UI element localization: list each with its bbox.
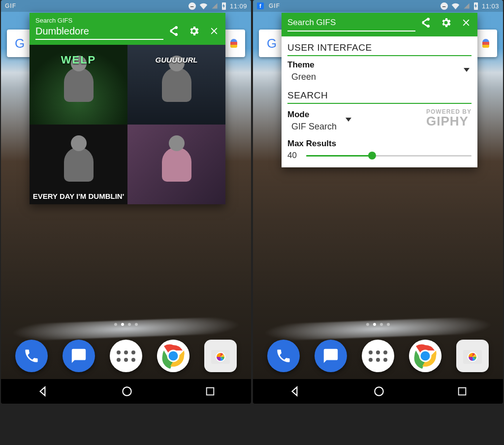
search-label: Search GIFS: [35, 17, 163, 24]
navigation-bar: [253, 379, 503, 404]
share-icon[interactable]: [167, 25, 179, 37]
nav-recent[interactable]: [457, 386, 468, 397]
status-gif-indicator: GIF: [269, 2, 280, 9]
mode-value: GIF Search: [291, 122, 337, 132]
settings-icon[interactable]: [188, 25, 200, 37]
dock: [253, 340, 503, 372]
popup-header: Search GIFS Dumbledore: [30, 13, 225, 45]
theme-select[interactable]: Green: [287, 70, 472, 87]
dnd-icon: –: [189, 2, 196, 10]
chrome-app[interactable]: [409, 340, 441, 372]
page-indicator: [1, 323, 251, 326]
wallpaper-river: [1, 316, 251, 342]
drawer-icon: [369, 350, 387, 362]
wallpaper-river: [253, 316, 503, 342]
search-field[interactable]: Search GIFS Dumbledore: [35, 17, 163, 40]
svg-point-5: [123, 387, 131, 395]
gif-result[interactable]: [127, 125, 225, 204]
nav-home[interactable]: [373, 385, 385, 398]
gif-result[interactable]: EVERY DAY I'M DUMBLIN': [30, 125, 127, 204]
svg-rect-6: [206, 388, 214, 395]
dnd-icon: –: [441, 2, 448, 10]
camera-app[interactable]: [204, 340, 237, 372]
mic-icon[interactable]: [482, 39, 489, 48]
camera-app[interactable]: [456, 340, 489, 372]
status-bar: f GIF – 11:03: [253, 0, 503, 12]
drawer-icon: [117, 350, 135, 362]
nav-recent[interactable]: [205, 386, 216, 397]
mode-label: Mode: [287, 110, 389, 120]
wifi-icon: [451, 2, 460, 9]
gif-result[interactable]: WELP: [30, 45, 127, 125]
giphy-attribution: POWERED BY GIPHY: [426, 108, 472, 127]
signal-icon: [463, 2, 470, 9]
wifi-icon: [199, 2, 208, 9]
close-icon[interactable]: [209, 26, 220, 36]
messages-app[interactable]: [63, 340, 95, 372]
phone-right: f GIF – 11:03 G Search GIFS: [253, 0, 503, 404]
status-gif-indicator: GIF: [5, 2, 16, 9]
app-drawer[interactable]: [362, 340, 394, 372]
search-placeholder: Search GIFS: [287, 17, 415, 29]
gif-caption: WELP: [61, 54, 96, 66]
google-g-icon: G: [267, 36, 277, 51]
results-grid: WELP GUUUUURL EVERY DAY I'M DUMBLIN': [30, 45, 225, 204]
nav-back[interactable]: [36, 385, 49, 398]
phone-app[interactable]: [267, 340, 300, 372]
status-time: 11:09: [230, 2, 247, 10]
status-time: 11:03: [482, 2, 499, 10]
facebook-notif-icon: f: [257, 2, 264, 9]
page-indicator: [253, 323, 503, 326]
signal-icon: [211, 2, 218, 9]
search-value: Dumbledore: [35, 25, 163, 37]
section-ui-title: USER INTERFACE: [287, 42, 472, 53]
max-results-value: 40: [287, 151, 300, 160]
theme-label: Theme: [287, 60, 472, 70]
section-search-title: SEARCH: [287, 90, 472, 101]
status-bar: GIF – 11:09: [1, 0, 251, 12]
max-results-label: Max Results: [287, 139, 472, 149]
share-icon[interactable]: [419, 17, 431, 29]
mic-icon[interactable]: [230, 39, 237, 48]
max-results-slider[interactable]: [306, 151, 472, 160]
nav-home[interactable]: [121, 385, 133, 398]
chevron-down-icon: [346, 118, 351, 131]
app-drawer[interactable]: [110, 340, 142, 372]
phone-app[interactable]: [15, 340, 48, 372]
navbation-bar: [1, 379, 251, 404]
mode-select[interactable]: GIF Search: [287, 120, 389, 137]
close-icon[interactable]: [461, 17, 472, 28]
google-g-icon: G: [15, 36, 25, 51]
gif-popup-settings: Search GIFS USER INTERFACE Theme Green S…: [282, 13, 477, 167]
chrome-app[interactable]: [157, 340, 189, 372]
nav-back[interactable]: [288, 385, 301, 398]
gif-caption: GUUUUURL: [156, 56, 198, 64]
gif-popup: Search GIFS Dumbledore WELP GUUUUURL: [30, 13, 225, 204]
dock: [1, 340, 251, 372]
gif-caption: EVERY DAY I'M DUMBLIN': [33, 192, 125, 200]
messages-app[interactable]: [315, 340, 347, 372]
popup-header: Search GIFS: [282, 13, 477, 36]
chevron-down-icon: [464, 68, 470, 82]
svg-point-12: [375, 387, 383, 395]
svg-rect-13: [458, 388, 466, 395]
battery-charging-icon: [221, 2, 226, 10]
settings-icon[interactable]: [440, 17, 452, 29]
gif-result[interactable]: GUUUUURL: [127, 45, 225, 125]
phone-left: GIF – 11:09 G Search GIFS Dumbledore: [1, 0, 251, 404]
settings-body: USER INTERFACE Theme Green SEARCH Mode G…: [282, 36, 477, 167]
search-field[interactable]: Search GIFS: [287, 17, 415, 32]
battery-charging-icon: [473, 2, 478, 10]
theme-value: Green: [291, 72, 316, 82]
